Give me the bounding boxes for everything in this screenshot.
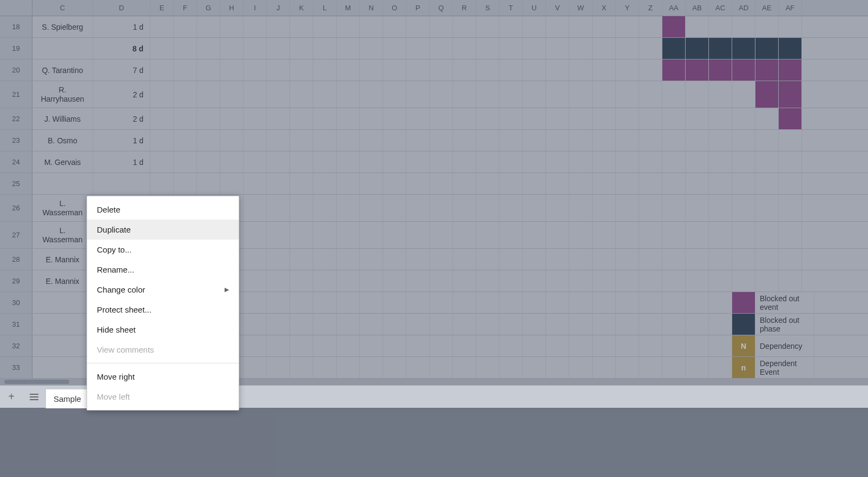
- gantt-cell[interactable]: [755, 270, 779, 292]
- gantt-cell[interactable]: [732, 195, 755, 221]
- cell[interactable]: [523, 292, 546, 313]
- duration-cell[interactable]: 1 d: [93, 130, 150, 151]
- cell[interactable]: [32, 357, 93, 378]
- gantt-cell[interactable]: [779, 108, 802, 129]
- gantt-cell[interactable]: [313, 151, 337, 173]
- gantt-cell[interactable]: [593, 222, 616, 248]
- gantt-cell[interactable]: [779, 151, 802, 173]
- gantt-cell[interactable]: [593, 195, 616, 221]
- column-header[interactable]: R: [453, 0, 476, 16]
- gantt-cell[interactable]: [686, 222, 709, 248]
- gantt-cell[interactable]: [686, 130, 709, 151]
- cell[interactable]: [616, 335, 639, 356]
- cell[interactable]: [709, 314, 732, 335]
- cell[interactable]: [476, 292, 499, 313]
- gantt-cell[interactable]: [476, 270, 499, 292]
- gantt-cell[interactable]: [662, 59, 686, 81]
- gantt-cell[interactable]: [569, 130, 593, 151]
- gantt-cell[interactable]: [150, 81, 174, 108]
- gantt-cell[interactable]: [406, 270, 430, 292]
- gantt-cell[interactable]: [569, 108, 593, 129]
- column-header[interactable]: Z: [639, 0, 662, 16]
- column-header[interactable]: AD: [732, 0, 755, 16]
- cell[interactable]: [523, 335, 546, 356]
- gantt-cell[interactable]: [639, 108, 662, 129]
- gantt-cell[interactable]: [546, 222, 569, 248]
- gantt-cell[interactable]: [569, 249, 593, 270]
- cell[interactable]: [453, 357, 476, 378]
- gantt-cell[interactable]: [499, 16, 523, 37]
- gantt-cell[interactable]: [383, 16, 406, 37]
- gantt-cell[interactable]: [150, 59, 174, 81]
- cell[interactable]: [499, 335, 523, 356]
- cell[interactable]: [616, 314, 639, 335]
- gantt-cell[interactable]: [593, 38, 616, 59]
- duration-cell[interactable]: 7 d: [93, 59, 150, 81]
- gantt-cell[interactable]: [732, 249, 755, 270]
- gantt-cell[interactable]: [406, 151, 430, 173]
- row-header[interactable]: 30: [0, 292, 32, 313]
- cell[interactable]: [569, 292, 593, 313]
- gantt-cell[interactable]: [755, 195, 779, 221]
- gantt-cell[interactable]: [290, 81, 313, 108]
- row-header[interactable]: 24: [0, 151, 32, 173]
- gantt-cell[interactable]: [709, 16, 732, 37]
- row-header[interactable]: 33: [0, 357, 32, 378]
- gantt-cell[interactable]: [406, 16, 430, 37]
- gantt-cell[interactable]: [313, 195, 337, 221]
- row-header[interactable]: 21: [0, 81, 32, 108]
- gantt-cell[interactable]: [593, 59, 616, 81]
- gantt-cell[interactable]: [337, 59, 360, 81]
- gantt-cell[interactable]: [593, 151, 616, 173]
- gantt-cell[interactable]: [523, 16, 546, 37]
- gantt-cell[interactable]: [639, 270, 662, 292]
- gantt-cell[interactable]: [383, 130, 406, 151]
- gantt-cell[interactable]: [197, 151, 220, 173]
- gantt-cell[interactable]: [267, 130, 290, 151]
- gantt-cell[interactable]: [383, 151, 406, 173]
- gantt-cell[interactable]: [360, 59, 383, 81]
- gantt-cell[interactable]: [639, 249, 662, 270]
- name-cell[interactable]: E. Mannix: [32, 249, 93, 270]
- duration-cell[interactable]: 2 d: [93, 108, 150, 129]
- gantt-cell[interactable]: [709, 108, 732, 129]
- gantt-cell[interactable]: [174, 108, 197, 129]
- gantt-cell[interactable]: [569, 38, 593, 59]
- cell[interactable]: [593, 314, 616, 335]
- gantt-cell[interactable]: [267, 222, 290, 248]
- cell[interactable]: [523, 357, 546, 378]
- row-header[interactable]: 29: [0, 270, 32, 292]
- column-header[interactable]: C: [32, 0, 93, 16]
- gantt-cell[interactable]: [313, 38, 337, 59]
- column-header[interactable]: D: [93, 0, 150, 16]
- cell[interactable]: [546, 357, 569, 378]
- gantt-cell[interactable]: [709, 195, 732, 221]
- gantt-cell[interactable]: [313, 173, 337, 194]
- gantt-cell[interactable]: [174, 151, 197, 173]
- gantt-cell[interactable]: [499, 270, 523, 292]
- name-cell[interactable]: [32, 173, 93, 194]
- gantt-cell[interactable]: [662, 195, 686, 221]
- gantt-cell[interactable]: [453, 249, 476, 270]
- gantt-cell[interactable]: [639, 16, 662, 37]
- gantt-cell[interactable]: [732, 16, 755, 37]
- gantt-cell[interactable]: [616, 249, 639, 270]
- column-header[interactable]: X: [593, 0, 616, 16]
- menu-protect-sheet[interactable]: Protect sheet...: [87, 300, 239, 320]
- cell[interactable]: [267, 335, 290, 356]
- cell[interactable]: [686, 357, 709, 378]
- gantt-cell[interactable]: [755, 16, 779, 37]
- gantt-cell[interactable]: [546, 108, 569, 129]
- name-cell[interactable]: E. Mannix: [32, 270, 93, 292]
- gantt-cell[interactable]: [244, 222, 267, 248]
- gantt-cell[interactable]: [686, 151, 709, 173]
- column-header[interactable]: I: [244, 0, 267, 16]
- gantt-cell[interactable]: [453, 59, 476, 81]
- gantt-cell[interactable]: [337, 270, 360, 292]
- gantt-cell[interactable]: [220, 38, 244, 59]
- gantt-cell[interactable]: [662, 81, 686, 108]
- gantt-cell[interactable]: [476, 59, 499, 81]
- cell[interactable]: [709, 357, 732, 378]
- gantt-cell[interactable]: [546, 151, 569, 173]
- gantt-cell[interactable]: [453, 173, 476, 194]
